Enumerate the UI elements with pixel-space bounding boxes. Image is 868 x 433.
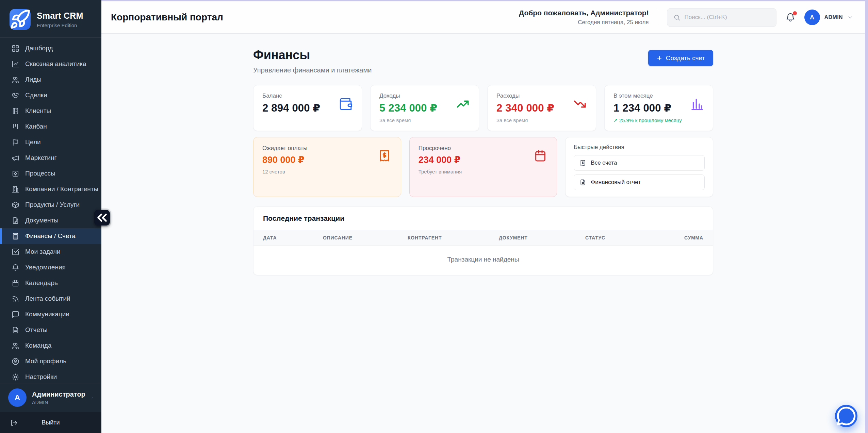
sidebar-collapse-button[interactable] (94, 210, 110, 226)
chevron-down-icon (847, 14, 853, 20)
column-header-date: Дата (263, 235, 323, 240)
sidebar-item-processes[interactable]: Процессы (0, 166, 101, 181)
stat-card-balance: Баланс 2 894 000 ₽ (253, 85, 362, 131)
package-icon (12, 201, 19, 209)
topbar: Корпоративный портал Добро пожаловать, А… (101, 1, 865, 34)
sidebar-nav: Дашборд Сквозная аналитика Лиды Сделки К… (0, 38, 101, 383)
chat-fab-button[interactable] (835, 405, 857, 427)
rss-icon (12, 295, 19, 303)
check-square-icon (12, 248, 19, 256)
sidebar-item-tasks[interactable]: Мои задачи (0, 244, 101, 260)
sidebar: Smart CRM Enterprise Edition Дашборд Скв… (0, 0, 101, 433)
sidebar-item-label: Цели (25, 138, 41, 146)
sidebar-item-label: Продукты / Услуги (25, 201, 80, 209)
quick-actions-card: Быстрые действия Все счета Финансовый от… (565, 137, 713, 197)
megaphone-icon (12, 154, 19, 162)
avatar: A (8, 388, 27, 407)
sidebar-item-profile[interactable]: Мой профиль (0, 353, 101, 369)
alert-label: Просрочено (419, 145, 548, 152)
column-header-amount: Сумма (653, 235, 703, 240)
users-icon (12, 76, 19, 84)
sidebar-item-label: Коммуникации (25, 311, 69, 318)
users-icon (12, 342, 19, 350)
sidebar-item-label: Календарь (25, 279, 58, 287)
sidebar-item-kanban[interactable]: Канбан (0, 119, 101, 134)
alert-value: 890 000 ₽ (262, 154, 392, 165)
sidebar-item-label: Дашборд (25, 45, 53, 52)
calendar-icon (12, 279, 19, 287)
avatar: A (804, 10, 820, 25)
sidebar-item-settings[interactable]: Настройки (0, 369, 101, 383)
financial-report-button[interactable]: Финансовый отчет (574, 174, 705, 190)
sidebar-item-leads[interactable]: Лиды (0, 72, 101, 87)
sidebar-item-label: Финансы / Счета (25, 232, 76, 240)
chart-line-icon (12, 60, 19, 68)
main-area: Финансы Управление финансами и платежами… (101, 34, 865, 433)
sidebar-item-label: Лента событий (25, 295, 70, 302)
sidebar-item-reports[interactable]: Отчеты (0, 322, 101, 338)
column-header-status: Статус (585, 235, 653, 240)
sidebar-item-goals[interactable]: Цели (0, 134, 101, 150)
search-box[interactable] (667, 8, 776, 27)
sidebar-item-deals[interactable]: Сделки (0, 87, 101, 103)
sidebar-user-card[interactable]: A Администратор ADMIN (0, 383, 101, 412)
brand-block: Smart CRM Enterprise Edition (0, 0, 101, 38)
transactions-card: Последние транзакции Дата Описание Контр… (253, 206, 713, 275)
sidebar-item-finances[interactable]: Финансы / Счета (0, 228, 101, 244)
search-input[interactable] (685, 14, 770, 21)
chevrons-left-icon (94, 210, 110, 226)
create-invoice-button[interactable]: Создать счет (648, 50, 713, 66)
alert-value: 234 000 ₽ (419, 154, 548, 165)
app-window: Smart CRM Enterprise Edition Дашборд Скв… (0, 0, 868, 433)
brand-name: Smart CRM (37, 11, 83, 21)
transactions-table-header: Дата Описание Контрагент Документ Статус… (253, 230, 713, 246)
contacts-icon (12, 107, 19, 115)
all-invoices-button[interactable]: Все счета (574, 155, 705, 171)
stat-card-this-month: В этом месяце 1 234 000 ₽ ↗ 25.9% к прош… (604, 85, 713, 131)
wallet-icon (339, 97, 353, 111)
sidebar-item-clients[interactable]: Клиенты (0, 103, 101, 119)
scrollbar-track[interactable] (865, 0, 868, 433)
welcome-block: Добро пожаловать, Администратор! Сегодня… (519, 9, 649, 26)
notifications-bell-button[interactable] (785, 12, 796, 22)
sidebar-item-communications[interactable]: Коммуникации (0, 306, 101, 322)
sidebar-item-companies[interactable]: Компании / Контрагенты (0, 181, 101, 197)
sidebar-item-calendar[interactable]: Календарь (0, 275, 101, 291)
topbar-right: Добро пожаловать, Администратор! Сегодня… (519, 8, 853, 27)
brand-edition: Enterprise Edition (37, 22, 83, 28)
sidebar-item-team[interactable]: Команда (0, 338, 101, 353)
divider (658, 10, 658, 25)
stats-row: Баланс 2 894 000 ₽ Доходы 5 234 000 ₽ За… (253, 85, 713, 131)
sidebar-item-products[interactable]: Продукты / Услуги (0, 197, 101, 213)
gear-icon (12, 373, 19, 381)
rocket-icon (10, 9, 31, 30)
sidebar-item-label: Лиды (25, 76, 42, 83)
stat-card-expenses: Расходы 2 340 000 ₽ За все время (487, 85, 596, 131)
user-role: ADMIN (32, 400, 85, 405)
sidebar-item-dashboard[interactable]: Дашборд (0, 40, 101, 56)
kanban-icon (12, 123, 19, 131)
sidebar-item-analytics[interactable]: Сквозная аналитика (0, 56, 101, 72)
user-menu-button[interactable]: A ADMIN (804, 10, 853, 25)
page-title: Финансы (253, 48, 372, 62)
sidebar-item-notifications[interactable]: Уведомления (0, 260, 101, 275)
sidebar-item-label: Настройки (25, 373, 57, 381)
calendar-icon (534, 149, 547, 163)
sidebar-item-label: Отчеты (25, 326, 48, 334)
stat-sub: За все время (496, 117, 587, 123)
message-circle-icon (835, 405, 857, 427)
logout-button[interactable]: Выйти (0, 412, 101, 433)
user-circle-icon (12, 357, 19, 365)
file-text-icon (12, 326, 19, 334)
sidebar-item-documents[interactable]: Документы (0, 213, 101, 228)
bar-chart-icon (690, 97, 704, 111)
message-square-icon (12, 311, 19, 318)
trending-up-icon (456, 97, 470, 111)
sidebar-item-label: Клиенты (25, 107, 51, 115)
sidebar-item-marketing[interactable]: Маркетинг (0, 150, 101, 166)
sidebar-item-feed[interactable]: Лента событий (0, 291, 101, 306)
grid-icon (12, 45, 19, 52)
stat-sub: ↗ 25.9% к прошлому месяцу (613, 117, 704, 123)
process-icon (12, 170, 19, 178)
transactions-header: Последние транзакции (253, 207, 713, 230)
